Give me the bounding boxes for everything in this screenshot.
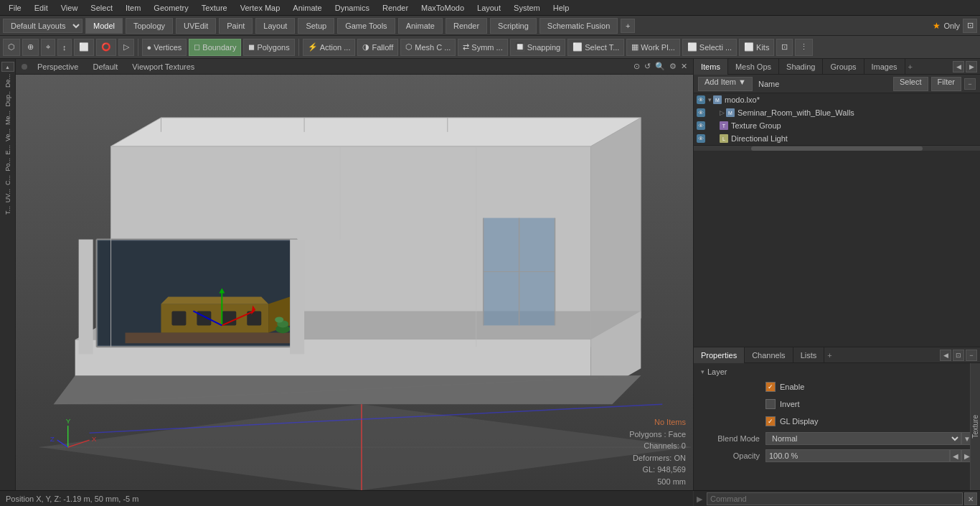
- item-row-texture[interactable]: 👁 T Texture Group: [694, 119, 980, 132]
- tab-images[interactable]: Images: [864, 59, 905, 75]
- invert-checkbox[interactable]: [765, 399, 776, 409]
- tool-select-lasso[interactable]: ⭕: [96, 39, 116, 56]
- left-label-ve[interactable]: Ve...: [4, 127, 12, 143]
- maximize-button[interactable]: ⊡: [963, 19, 977, 33]
- workplane-btn[interactable]: ▦ Work Pl...: [626, 39, 679, 56]
- tool-snap[interactable]: ⬡: [3, 39, 20, 56]
- item-eye-seminar[interactable]: 👁: [697, 108, 705, 117]
- action-btn[interactable]: ⚡ Action ...: [303, 39, 356, 56]
- mesh-btn[interactable]: ⬡ Mesh C ...: [400, 39, 456, 56]
- items-tab-collapse[interactable]: ◀: [953, 61, 964, 72]
- item-eye-modo[interactable]: 👁: [697, 95, 705, 104]
- item-row-modo[interactable]: 👁 ▾ M modo.lxo*: [694, 93, 980, 106]
- snapping-btn[interactable]: 🔲 Snapping: [510, 39, 566, 56]
- gl-display-checkbox[interactable]: [765, 416, 776, 426]
- add-tab-plus[interactable]: +: [908, 62, 913, 71]
- menu-help[interactable]: Help: [547, 2, 575, 14]
- blend-mode-select[interactable]: Normal: [765, 432, 961, 445]
- command-clear-btn[interactable]: ✕: [964, 492, 977, 505]
- viewport-settings-icon[interactable]: ⚙: [669, 62, 677, 71]
- left-label-e[interactable]: E...: [4, 144, 12, 156]
- viewport-shading[interactable]: Default: [88, 61, 122, 72]
- selection-btn[interactable]: ⬜ Selecti ...: [682, 39, 737, 56]
- add-tab-button[interactable]: +: [621, 19, 635, 33]
- menu-item[interactable]: Item: [120, 2, 146, 14]
- tab-scripting[interactable]: Scripting: [490, 18, 537, 34]
- menu-geometry[interactable]: Geometry: [148, 2, 194, 14]
- item-eye-texture[interactable]: 👁: [697, 121, 705, 130]
- tab-model[interactable]: Model: [85, 18, 123, 34]
- left-label-po[interactable]: Po...: [4, 156, 12, 173]
- tool-select-rect[interactable]: ⬜: [74, 39, 94, 56]
- menu-system[interactable]: System: [508, 2, 546, 14]
- kits-btn[interactable]: ⬜ Kits: [739, 39, 774, 56]
- enable-checkbox[interactable]: [765, 382, 776, 392]
- left-label-uv[interactable]: UV...: [4, 187, 12, 204]
- left-label-de[interactable]: De...: [4, 72, 12, 89]
- add-item-btn[interactable]: Add Item ▼: [698, 77, 753, 91]
- menu-animate[interactable]: Animate: [287, 2, 327, 14]
- tab-schematic[interactable]: Schematic Fusion: [540, 18, 618, 34]
- tab-meshops[interactable]: Mesh Ops: [728, 59, 779, 75]
- items-tab-expand[interactable]: ▶: [966, 61, 977, 72]
- viewport-display[interactable]: Viewport Textures: [128, 61, 199, 72]
- menu-layout[interactable]: Layout: [471, 2, 507, 14]
- filter-btn[interactable]: Filter: [931, 77, 961, 91]
- tab-animate[interactable]: Animate: [398, 18, 443, 34]
- tool-select-path[interactable]: ▷: [118, 39, 134, 56]
- menu-maxtomodo[interactable]: MaxToModo: [415, 2, 470, 14]
- item-eye-light[interactable]: 👁: [697, 134, 705, 143]
- opacity-input[interactable]: [765, 449, 950, 462]
- symm-btn[interactable]: ⇄ Symm ...: [458, 39, 507, 56]
- tab-properties[interactable]: Properties: [694, 347, 745, 363]
- left-label-t[interactable]: T...: [4, 205, 12, 216]
- menu-dynamics[interactable]: Dynamics: [329, 2, 375, 14]
- left-label-c[interactable]: C...: [4, 174, 12, 187]
- viewport[interactable]: Perspective Default Viewport Textures ⊙ …: [16, 59, 693, 490]
- only-label[interactable]: Only: [943, 22, 960, 30]
- viewport-reset-icon[interactable]: ⊙: [633, 62, 640, 71]
- tab-items[interactable]: Items: [694, 59, 728, 75]
- props-minus-btn[interactable]: −: [966, 350, 977, 361]
- viewport-zoom-icon[interactable]: 🔍: [655, 62, 665, 71]
- tool-target[interactable]: ⌖: [41, 39, 55, 56]
- tab-topology[interactable]: Topology: [126, 18, 173, 34]
- props-collapse-btn[interactable]: ◀: [940, 350, 951, 361]
- tab-uvedit[interactable]: UVEdit: [176, 18, 216, 34]
- tab-setup[interactable]: Setup: [298, 18, 334, 34]
- tab-lists[interactable]: Lists: [793, 347, 825, 363]
- menu-render[interactable]: Render: [377, 2, 414, 14]
- layout-select[interactable]: Default Layouts: [3, 19, 83, 33]
- command-input[interactable]: [707, 492, 963, 505]
- vertices-mode-btn[interactable]: ● Vertices: [142, 39, 187, 56]
- item-row-seminar[interactable]: 👁 ▷ M Seminar_Room_with_Blue_Walls: [694, 106, 980, 119]
- tab-layout[interactable]: Layout: [255, 18, 295, 34]
- props-add-tab[interactable]: +: [827, 351, 831, 360]
- item-row-light[interactable]: 👁 L Directional Light: [694, 132, 980, 145]
- menu-texture[interactable]: Texture: [196, 2, 233, 14]
- tool-transform[interactable]: ↕: [57, 39, 72, 56]
- viewport-rotate-icon[interactable]: ↺: [644, 62, 651, 71]
- menu-view[interactable]: View: [55, 2, 84, 14]
- tab-shading[interactable]: Shading: [779, 59, 823, 75]
- viewport-options-btn[interactable]: ⋮: [795, 39, 813, 56]
- scene-canvas[interactable]: X Y Z No Items Polygons : Face Channels:…: [16, 75, 693, 490]
- tab-gametools[interactable]: Game Tools: [337, 18, 395, 34]
- menu-select[interactable]: Select: [85, 2, 118, 14]
- fullscreen-btn[interactable]: ⊡: [776, 39, 793, 56]
- tab-groups[interactable]: Groups: [823, 59, 864, 75]
- boundary-mode-btn[interactable]: ◻ Boundary: [189, 39, 241, 56]
- tab-render[interactable]: Render: [446, 18, 487, 34]
- menu-vertexmap[interactable]: Vertex Map: [235, 2, 286, 14]
- menu-edit[interactable]: Edit: [29, 2, 54, 14]
- viewport-close-icon[interactable]: ✕: [681, 62, 687, 71]
- left-tool-1[interactable]: ▲: [1, 62, 14, 72]
- tab-paint[interactable]: Paint: [219, 18, 253, 34]
- tab-channels[interactable]: Channels: [745, 347, 793, 363]
- polygons-mode-btn[interactable]: ◼ Polygons: [243, 39, 294, 56]
- opacity-decrement[interactable]: ◀: [950, 449, 961, 462]
- left-label-dup[interactable]: Dup..: [4, 90, 12, 108]
- falloff-btn[interactable]: ◑ Falloff: [357, 39, 398, 56]
- props-expand-btn[interactable]: ⊡: [953, 350, 964, 361]
- select-t-btn[interactable]: ⬜ Select T...: [567, 39, 624, 56]
